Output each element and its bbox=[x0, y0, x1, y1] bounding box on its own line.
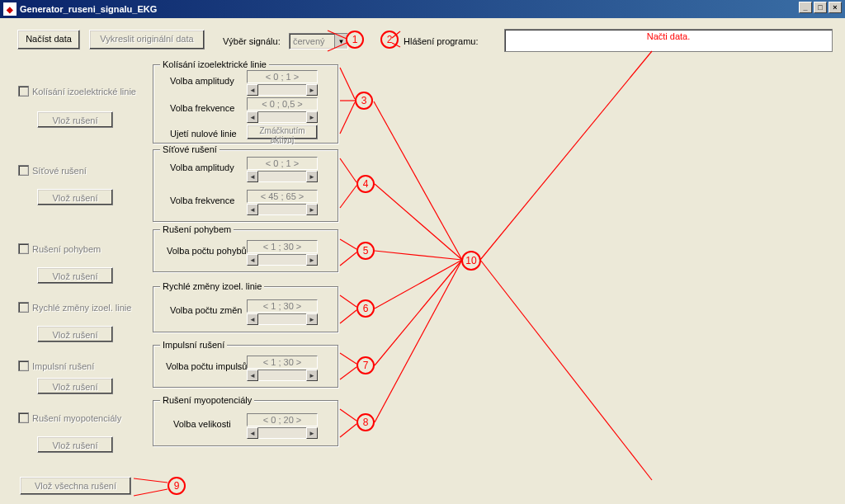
range-display: < 0 ; 0,5 > bbox=[247, 97, 318, 111]
range-display: < 1 ; 30 > bbox=[247, 356, 318, 369]
baseline-group: Kolísání izoelektrické linie Volba ampli… bbox=[153, 64, 338, 144]
mains-frequency-range[interactable]: < 45 ; 65 > ◄► bbox=[247, 190, 318, 215]
annotation-2: 2 bbox=[380, 31, 399, 49]
motion-group: Rušení pohybem Volba počtu pohybů < 1 ; … bbox=[153, 229, 338, 272]
svg-line-11 bbox=[340, 295, 356, 307]
activate-press-button[interactable]: Zmáčknutím aktivuj bbox=[247, 125, 318, 139]
groupbox-title: Rušení pohybem bbox=[160, 224, 234, 234]
svg-line-17 bbox=[134, 478, 168, 483]
mains-checkbox[interactable]: Síťové rušení bbox=[18, 165, 87, 176]
fastchanges-count-range[interactable]: < 1 ; 30 > ◄► bbox=[247, 299, 318, 325]
fastchanges-checkbox[interactable]: Rychlé změny izoel. linie bbox=[18, 302, 131, 313]
frequency-label: Volba frekvence bbox=[170, 103, 234, 113]
svg-line-12 bbox=[340, 310, 356, 323]
range-display: < 1 ; 30 > bbox=[247, 299, 318, 313]
checkbox-box bbox=[18, 412, 29, 423]
myo-checkbox[interactable]: Rušení myopotenciály bbox=[18, 412, 121, 423]
motion-count-range[interactable]: < 1 ; 30 > ◄► bbox=[247, 240, 318, 266]
maximize-button[interactable]: □ bbox=[814, 2, 827, 13]
groupbox-title: Rychlé změny izoel. linie bbox=[160, 281, 264, 291]
insert-noise-fastchanges-button[interactable]: Vlož rušení bbox=[37, 326, 113, 342]
change-count-label: Volba počtu změn bbox=[170, 305, 242, 315]
svg-line-14 bbox=[340, 367, 356, 379]
insert-all-noise-button[interactable]: Vlož všechna rušení bbox=[20, 477, 131, 495]
range-display: < 0 ; 1 > bbox=[247, 70, 318, 83]
message-box: Načti data. bbox=[504, 29, 833, 52]
frequency-label: Volba frekvence bbox=[170, 195, 234, 205]
signal-select-dropdown[interactable]: červený ▼ bbox=[289, 33, 348, 49]
checkbox-box bbox=[18, 302, 29, 313]
svg-line-21 bbox=[374, 101, 462, 260]
size-label: Volba velikosti bbox=[173, 419, 231, 429]
annotation-6: 6 bbox=[356, 299, 375, 318]
svg-line-10 bbox=[340, 252, 356, 266]
amplitude-label: Volba amplitudy bbox=[170, 163, 234, 172]
annotation-4: 4 bbox=[356, 175, 375, 193]
close-button[interactable]: × bbox=[828, 2, 842, 13]
app-icon: ◆ bbox=[3, 2, 17, 16]
baseline-amplitude-range[interactable]: < 0 ; 1 > ◄► bbox=[247, 70, 318, 96]
impulse-checkbox[interactable]: Impulsní rušení bbox=[18, 360, 94, 371]
baseline-checkbox[interactable]: Kolísání izoelektrické linie bbox=[18, 86, 136, 97]
groupbox-title: Kolísání izoelektrické linie bbox=[160, 59, 269, 69]
svg-line-20 bbox=[480, 260, 652, 480]
range-display: < 0 ; 1 > bbox=[247, 157, 318, 170]
checkbox-label: Rušení myopotenciály bbox=[32, 413, 121, 423]
mains-amplitude-range[interactable]: < 0 ; 1 > ◄► bbox=[247, 157, 318, 182]
signal-select-value: červený bbox=[293, 36, 325, 46]
annotation-9: 9 bbox=[168, 477, 186, 495]
impulse-count-label: Volba počtu impulsů bbox=[166, 361, 247, 371]
groupbox-title: Rušení myopotenciály bbox=[160, 395, 254, 405]
range-display: < 1 ; 30 > bbox=[247, 240, 318, 253]
checkbox-label: Rychlé změny izoel. linie bbox=[32, 303, 131, 313]
checkbox-label: Impulsní rušení bbox=[32, 361, 94, 371]
insert-noise-baseline-button[interactable]: Vlož rušení bbox=[37, 111, 113, 128]
svg-line-26 bbox=[375, 260, 462, 422]
fastchanges-group: Rychlé změny izoel. linie Volba počtu zm… bbox=[153, 286, 338, 332]
insert-noise-mains-button[interactable]: Vlož rušení bbox=[37, 189, 113, 205]
svg-line-16 bbox=[340, 424, 356, 437]
impulse-count-range[interactable]: < 1 ; 30 > ◄► bbox=[247, 356, 318, 381]
annotation-10: 10 bbox=[461, 251, 481, 271]
annotation-3: 3 bbox=[355, 92, 373, 110]
myo-group: Rušení myopotenciály Volba velikosti < 0… bbox=[153, 400, 338, 446]
amplitude-label: Volba amplitudy bbox=[170, 76, 234, 86]
myo-size-range[interactable]: < 0 ; 20 > ◄► bbox=[247, 413, 318, 439]
svg-line-13 bbox=[340, 353, 356, 364]
checkbox-label: Síťové rušení bbox=[32, 166, 87, 176]
svg-line-6 bbox=[340, 102, 355, 134]
minimize-button[interactable]: _ bbox=[799, 2, 812, 13]
svg-line-24 bbox=[375, 260, 462, 309]
program-message-label: Hlášení programu: bbox=[404, 36, 479, 46]
insert-noise-motion-button[interactable]: Vlož rušení bbox=[37, 267, 113, 284]
baseline-frequency-range[interactable]: < 0 ; 0,5 > ◄► bbox=[247, 97, 318, 123]
svg-line-25 bbox=[375, 260, 462, 365]
svg-line-9 bbox=[340, 239, 356, 249]
checkbox-label: Kolísání izoelektrické linie bbox=[32, 87, 136, 97]
range-display: < 0 ; 20 > bbox=[247, 413, 318, 426]
signal-select-label: Výběr signálu: bbox=[223, 36, 281, 46]
client-area: Načíst data Vykreslit originální data Vý… bbox=[0, 18, 845, 504]
svg-line-19 bbox=[480, 51, 652, 260]
window-titlebar: ◆ Generator_ruseni_signalu_EKG _ □ × bbox=[0, 0, 845, 18]
annotation-1: 1 bbox=[346, 31, 364, 49]
annotation-8: 8 bbox=[356, 413, 375, 431]
impulse-group: Impulsní rušení Volba počtu impulsů < 1 … bbox=[153, 345, 338, 388]
message-text: Načti data. bbox=[647, 31, 691, 41]
insert-noise-impulse-button[interactable]: Vlož rušení bbox=[37, 378, 113, 394]
svg-line-15 bbox=[340, 409, 356, 421]
svg-line-22 bbox=[375, 184, 462, 260]
mains-group: Síťové rušení Volba amplitudy < 0 ; 1 > … bbox=[153, 149, 338, 222]
motion-checkbox[interactable]: Rušení pohybem bbox=[18, 243, 101, 254]
checkbox-box bbox=[18, 86, 29, 97]
window-title: Generator_ruseni_signalu_EKG bbox=[20, 4, 157, 14]
load-data-button[interactable]: Načíst data bbox=[17, 30, 80, 49]
svg-line-4 bbox=[340, 68, 355, 99]
zero-line-label: Ujetí nulové linie bbox=[170, 129, 237, 139]
svg-line-23 bbox=[375, 251, 462, 260]
checkbox-box bbox=[18, 360, 29, 371]
move-count-label: Volba počtu pohybů bbox=[167, 246, 247, 256]
insert-noise-myo-button[interactable]: Vlož rušení bbox=[37, 436, 113, 453]
plot-original-button[interactable]: Vykreslit originální data bbox=[89, 30, 205, 49]
svg-line-18 bbox=[134, 489, 168, 496]
